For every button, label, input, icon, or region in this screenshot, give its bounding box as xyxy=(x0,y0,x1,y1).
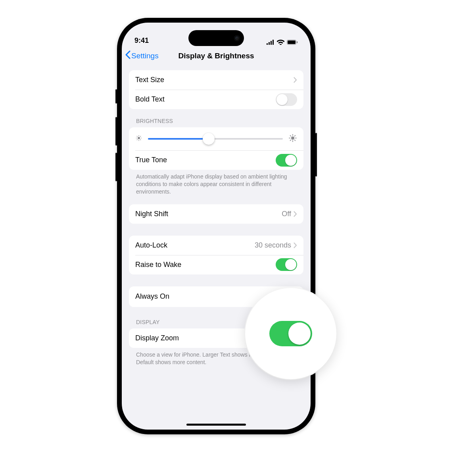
group-brightness: True Tone xyxy=(129,127,303,170)
volume-down-button xyxy=(115,153,117,181)
raise-to-wake-label: Raise to Wake xyxy=(135,261,276,269)
svg-line-21 xyxy=(290,135,291,136)
volume-up-button xyxy=(115,117,117,146)
svg-point-16 xyxy=(291,136,294,140)
always-on-label: Always On xyxy=(135,292,276,301)
true-tone-footer: Automatically adapt iPhone display based… xyxy=(129,170,303,196)
svg-line-22 xyxy=(295,140,296,141)
chevron-right-icon xyxy=(294,77,297,83)
true-tone-toggle[interactable] xyxy=(276,154,297,167)
slider-thumb[interactable] xyxy=(203,133,215,145)
svg-line-24 xyxy=(295,135,296,136)
side-button xyxy=(315,133,317,177)
svg-rect-2 xyxy=(271,41,272,45)
night-shift-value: Off xyxy=(282,210,291,218)
row-text-size[interactable]: Text Size xyxy=(129,70,303,90)
home-indicator[interactable] xyxy=(186,424,246,426)
chevron-right-icon xyxy=(294,242,297,248)
svg-point-7 xyxy=(138,137,140,139)
back-label: Settings xyxy=(131,52,159,60)
group-lock: Auto-Lock 30 seconds Raise to Wake xyxy=(129,236,303,274)
row-night-shift[interactable]: Night Shift Off xyxy=(129,204,303,224)
night-shift-label: Night Shift xyxy=(135,210,282,218)
svg-rect-3 xyxy=(273,40,274,45)
raise-to-wake-toggle[interactable] xyxy=(276,258,297,271)
group-text: Text Size Bold Text xyxy=(129,70,303,109)
mute-switch xyxy=(115,89,117,104)
brightness-header: Brightness xyxy=(129,109,303,127)
row-auto-lock[interactable]: Auto-Lock 30 seconds xyxy=(129,236,303,255)
group-night-shift: Night Shift Off xyxy=(129,204,303,224)
battery-icon xyxy=(287,40,298,45)
brightness-slider[interactable] xyxy=(148,138,283,140)
wifi-icon xyxy=(277,40,284,45)
row-bold-text: Bold Text xyxy=(129,90,303,109)
svg-line-13 xyxy=(140,140,141,140)
svg-line-23 xyxy=(290,140,291,141)
svg-line-15 xyxy=(140,136,141,136)
svg-rect-5 xyxy=(288,40,296,44)
row-brightness-slider xyxy=(129,127,303,150)
back-button[interactable]: Settings xyxy=(125,50,159,61)
svg-rect-1 xyxy=(269,42,270,45)
callout-magnifier xyxy=(245,288,336,379)
row-true-tone: True Tone xyxy=(129,150,303,170)
bold-text-toggle[interactable] xyxy=(276,93,297,106)
nav-bar: Settings Display & Brightness xyxy=(122,46,311,65)
sun-min-icon xyxy=(135,134,142,143)
bold-text-label: Bold Text xyxy=(135,95,276,104)
svg-rect-6 xyxy=(297,41,298,43)
chevron-left-icon xyxy=(125,50,131,61)
svg-line-14 xyxy=(137,140,137,140)
front-camera xyxy=(234,35,240,41)
status-time: 9:41 xyxy=(134,36,149,45)
chevron-right-icon xyxy=(294,211,297,217)
cellular-icon xyxy=(267,40,274,45)
svg-rect-0 xyxy=(267,43,268,45)
auto-lock-value: 30 seconds xyxy=(255,241,291,250)
dynamic-island xyxy=(188,30,244,46)
text-size-label: Text Size xyxy=(135,76,294,84)
true-tone-label: True Tone xyxy=(135,156,276,164)
auto-lock-label: Auto-Lock xyxy=(135,241,255,250)
svg-line-12 xyxy=(137,136,137,136)
always-on-toggle-zoomed xyxy=(269,321,312,346)
sun-max-icon xyxy=(288,134,297,144)
row-raise-to-wake: Raise to Wake xyxy=(129,255,303,274)
